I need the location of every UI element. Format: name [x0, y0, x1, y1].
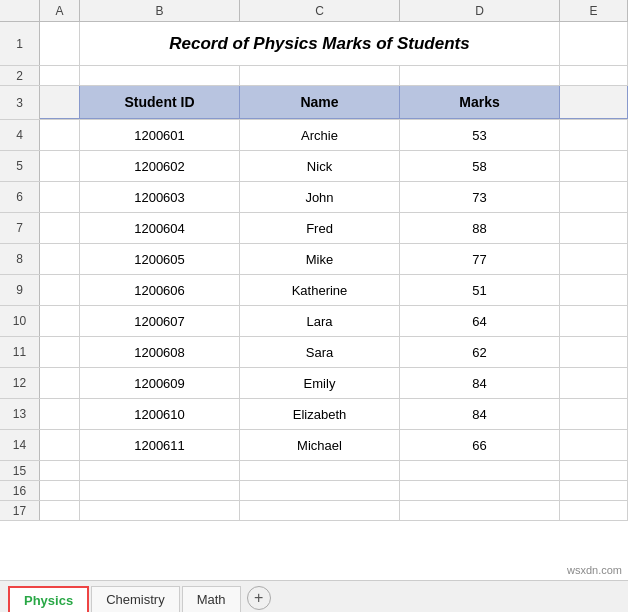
cell-c15	[240, 461, 400, 480]
cell-marks-2: 58	[400, 151, 560, 181]
cell-a10	[40, 306, 80, 336]
cell-name-7: Lara	[240, 306, 400, 336]
cell-a3	[40, 86, 80, 119]
table-row: 12 1200609 Emily 84	[0, 368, 628, 399]
cell-e8	[560, 244, 628, 274]
cell-d15	[400, 461, 560, 480]
cell-name-6: Katherine	[240, 275, 400, 305]
cell-e12	[560, 368, 628, 398]
cell-e13	[560, 399, 628, 429]
table-row: 4 1200601 Archie 53	[0, 120, 628, 151]
cell-id-8: 1200608	[80, 337, 240, 367]
cell-c16	[240, 481, 400, 500]
row-num-11: 11	[0, 337, 40, 367]
cell-e15	[560, 461, 628, 480]
row-num-2: 2	[0, 66, 40, 85]
cell-id-3: 1200603	[80, 182, 240, 212]
cell-name-4: Fred	[240, 213, 400, 243]
table-row: 14 1200611 Michael 66	[0, 430, 628, 461]
cell-e10	[560, 306, 628, 336]
cell-e16	[560, 481, 628, 500]
cell-marks-1: 53	[400, 120, 560, 150]
cell-e6	[560, 182, 628, 212]
cell-name-11: Michael	[240, 430, 400, 460]
col-student-id: Student ID	[80, 86, 240, 119]
tab-add-button[interactable]: +	[247, 586, 271, 610]
cell-id-1: 1200601	[80, 120, 240, 150]
cell-a15	[40, 461, 80, 480]
row-15: 15	[0, 461, 628, 481]
cell-marks-6: 51	[400, 275, 560, 305]
row-16: 16	[0, 481, 628, 501]
col-header-a: A	[40, 0, 80, 21]
cell-e3	[560, 86, 628, 119]
tab-math[interactable]: Math	[182, 586, 241, 612]
watermark: wsxdn.com	[567, 564, 622, 576]
col-marks: Marks	[400, 86, 560, 119]
cell-a16	[40, 481, 80, 500]
cell-e4	[560, 120, 628, 150]
cell-a9	[40, 275, 80, 305]
tab-chemistry[interactable]: Chemistry	[91, 586, 180, 612]
cell-a4	[40, 120, 80, 150]
cell-a6	[40, 182, 80, 212]
spreadsheet-title: Record of Physics Marks of Students	[80, 22, 560, 65]
cell-marks-10: 84	[400, 399, 560, 429]
col-name: Name	[240, 86, 400, 119]
column-headers: A B C D E	[0, 0, 628, 22]
cell-e2	[560, 66, 628, 85]
row-num-10: 10	[0, 306, 40, 336]
table-row: 9 1200606 Katherine 51	[0, 275, 628, 306]
row-num-9: 9	[0, 275, 40, 305]
grid-body: 1 Record of Physics Marks of Students 2 …	[0, 22, 628, 580]
cell-a1	[40, 22, 80, 65]
tab-physics[interactable]: Physics	[8, 586, 89, 612]
col-header-d: D	[400, 0, 560, 21]
cell-d17	[400, 501, 560, 520]
corner-cell	[0, 0, 40, 21]
cell-id-9: 1200609	[80, 368, 240, 398]
cell-e17	[560, 501, 628, 520]
cell-name-2: Nick	[240, 151, 400, 181]
cell-name-3: John	[240, 182, 400, 212]
cell-e11	[560, 337, 628, 367]
row-num-4: 4	[0, 120, 40, 150]
cell-marks-4: 88	[400, 213, 560, 243]
col-header-e: E	[560, 0, 628, 21]
cell-a2	[40, 66, 80, 85]
cell-b17	[80, 501, 240, 520]
row-num-3: 3	[0, 86, 40, 119]
cell-marks-11: 66	[400, 430, 560, 460]
cell-a17	[40, 501, 80, 520]
table-row: 5 1200602 Nick 58	[0, 151, 628, 182]
table-row: 7 1200604 Fred 88	[0, 213, 628, 244]
cell-a8	[40, 244, 80, 274]
row-num-15: 15	[0, 461, 40, 480]
cell-e1	[560, 22, 628, 65]
cell-d16	[400, 481, 560, 500]
cell-id-4: 1200604	[80, 213, 240, 243]
cell-a12	[40, 368, 80, 398]
row-num-8: 8	[0, 244, 40, 274]
cell-e5	[560, 151, 628, 181]
cell-id-5: 1200605	[80, 244, 240, 274]
cell-a11	[40, 337, 80, 367]
row-num-13: 13	[0, 399, 40, 429]
row-2: 2	[0, 66, 628, 86]
row-num-16: 16	[0, 481, 40, 500]
cell-name-8: Sara	[240, 337, 400, 367]
row-num-12: 12	[0, 368, 40, 398]
cell-b2	[80, 66, 240, 85]
cell-name-1: Archie	[240, 120, 400, 150]
row-num-14: 14	[0, 430, 40, 460]
table-header-row: 3 Student ID Name Marks	[0, 86, 628, 120]
cell-id-6: 1200606	[80, 275, 240, 305]
table-row: 8 1200605 Mike 77	[0, 244, 628, 275]
table-row: 11 1200608 Sara 62	[0, 337, 628, 368]
cell-marks-9: 84	[400, 368, 560, 398]
cell-marks-8: 62	[400, 337, 560, 367]
cell-id-11: 1200611	[80, 430, 240, 460]
row-num-5: 5	[0, 151, 40, 181]
col-header-b: B	[80, 0, 240, 21]
title-row: 1 Record of Physics Marks of Students	[0, 22, 628, 66]
